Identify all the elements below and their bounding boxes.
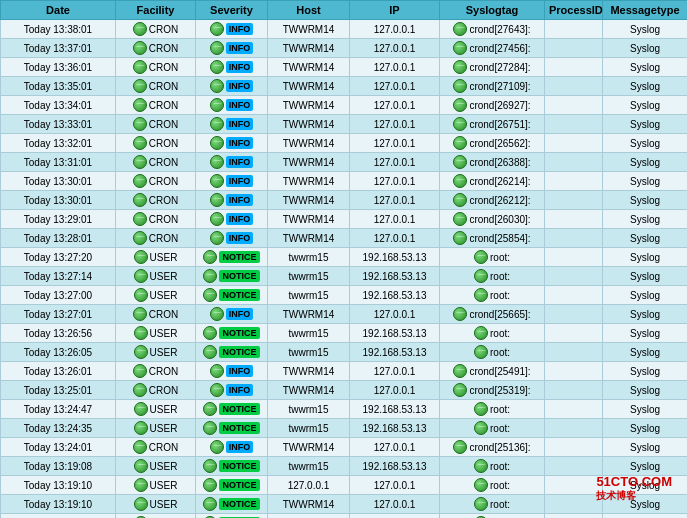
cell-syslogtag: crond[26562]: <box>440 134 545 153</box>
cell-severity: INFO <box>196 134 268 153</box>
severity-badge: INFO <box>226 213 254 225</box>
table-row[interactable]: Today 13:29:01CRONINFOTWWRM14127.0.0.1cr… <box>1 210 688 229</box>
cell-syslogtag: crond[27643]: <box>440 20 545 39</box>
severity-badge: NOTICE <box>219 479 259 491</box>
syslogtag-globe-icon <box>474 459 488 473</box>
facility-label: CRON <box>149 157 178 168</box>
cell-severity: INFO <box>196 172 268 191</box>
cell-date: Today 13:19:00 <box>1 514 116 519</box>
severity-globe-icon <box>210 364 224 378</box>
cell-date: Today 13:26:01 <box>1 362 116 381</box>
table-row[interactable]: Today 13:24:35USERNOTICEtwwrm15192.168.5… <box>1 419 688 438</box>
header-facility[interactable]: Facility <box>116 1 196 20</box>
table-row[interactable]: Today 13:30:01CRONINFOTWWRM14127.0.0.1cr… <box>1 191 688 210</box>
cell-syslogtag: crond[25854]: <box>440 229 545 248</box>
table-row[interactable]: Today 13:28:01CRONINFOTWWRM14127.0.0.1cr… <box>1 229 688 248</box>
cell-ip: 192.168.53.13 <box>350 400 440 419</box>
cell-date: Today 13:27:14 <box>1 267 116 286</box>
cell-processid <box>545 134 603 153</box>
table-row[interactable]: Today 13:24:01CRONINFOTWWRM14127.0.0.1cr… <box>1 438 688 457</box>
header-ip[interactable]: IP <box>350 1 440 20</box>
cell-messagetype: Syslog <box>603 20 688 39</box>
cell-facility: CRON <box>116 96 196 115</box>
table-row[interactable]: Today 13:19:10USERNOTICETWWRM14127.0.0.1… <box>1 495 688 514</box>
table-row[interactable]: Today 13:24:47USERNOTICEtwwrm15192.168.5… <box>1 400 688 419</box>
table-row[interactable]: Today 13:19:08USERNOTICEtwwrm15192.168.5… <box>1 457 688 476</box>
table-row[interactable]: Today 13:19:00USERNOTICEtwwrm15192.168.5… <box>1 514 688 519</box>
cell-date: Today 13:31:01 <box>1 153 116 172</box>
cell-ip: 192.168.53.13 <box>350 267 440 286</box>
cell-ip: 127.0.0.1 <box>350 115 440 134</box>
cell-date: Today 13:25:01 <box>1 381 116 400</box>
globe-icon <box>133 79 147 93</box>
table-row[interactable]: Today 13:26:01CRONINFOTWWRM14127.0.0.1cr… <box>1 362 688 381</box>
table-row[interactable]: Today 13:38:01CRONINFOTWWRM14127.0.0.1cr… <box>1 20 688 39</box>
cell-ip: 127.0.0.1 <box>350 77 440 96</box>
cell-processid <box>545 267 603 286</box>
severity-globe-icon <box>203 250 217 264</box>
syslogtag-globe-icon <box>453 79 467 93</box>
cell-facility: CRON <box>116 210 196 229</box>
table-row[interactable]: Today 13:30:01CRONINFOTWWRM14127.0.0.1cr… <box>1 172 688 191</box>
severity-globe-icon <box>210 440 224 454</box>
table-row[interactable]: Today 13:33:01CRONINFOTWWRM14127.0.0.1cr… <box>1 115 688 134</box>
facility-label: USER <box>150 423 178 434</box>
cell-facility: USER <box>116 514 196 519</box>
severity-globe-icon <box>210 117 224 131</box>
table-row[interactable]: Today 13:25:01CRONINFOTWWRM14127.0.0.1cr… <box>1 381 688 400</box>
cell-date: Today 13:27:00 <box>1 286 116 305</box>
cell-messagetype: Syslog <box>603 96 688 115</box>
cell-host: TWWRM14 <box>268 39 350 58</box>
syslogtag-globe-icon <box>453 117 467 131</box>
table-row[interactable]: Today 13:27:01CRONINFOTWWRM14127.0.0.1cr… <box>1 305 688 324</box>
cell-severity: INFO <box>196 153 268 172</box>
cell-date: Today 13:34:01 <box>1 96 116 115</box>
table-row[interactable]: Today 13:27:00USERNOTICEtwwrm15192.168.5… <box>1 286 688 305</box>
syslogtag-label: root: <box>490 290 510 301</box>
cell-ip: 127.0.0.1 <box>350 191 440 210</box>
header-processid[interactable]: ProcessID <box>545 1 603 20</box>
table-row[interactable]: Today 13:31:01CRONINFOTWWRM14127.0.0.1cr… <box>1 153 688 172</box>
globe-icon <box>133 136 147 150</box>
cell-ip: 127.0.0.1 <box>350 96 440 115</box>
globe-icon <box>133 117 147 131</box>
cell-processid <box>545 381 603 400</box>
syslogtag-globe-icon <box>474 421 488 435</box>
table-row[interactable]: Today 13:36:01CRONINFOTWWRM14127.0.0.1cr… <box>1 58 688 77</box>
cell-syslogtag: root: <box>440 419 545 438</box>
header-date[interactable]: Date <box>1 1 116 20</box>
cell-host: 127.0.0.1 <box>268 476 350 495</box>
cell-severity: NOTICE <box>196 419 268 438</box>
cell-facility: USER <box>116 248 196 267</box>
cell-syslogtag: root: <box>440 286 545 305</box>
table-row[interactable]: Today 13:27:20USERNOTICEtwwrm15192.168.5… <box>1 248 688 267</box>
table-row[interactable]: Today 13:35:01CRONINFOTWWRM14127.0.0.1cr… <box>1 77 688 96</box>
header-syslogtag[interactable]: Syslogtag <box>440 1 545 20</box>
header-host[interactable]: Host <box>268 1 350 20</box>
cell-syslogtag: root: <box>440 457 545 476</box>
table-row[interactable]: Today 13:37:01CRONINFOTWWRM14127.0.0.1cr… <box>1 39 688 58</box>
table-row[interactable]: Today 13:32:01CRONINFOTWWRM14127.0.0.1cr… <box>1 134 688 153</box>
table-row[interactable]: Today 13:26:05USERNOTICEtwwrm15192.168.5… <box>1 343 688 362</box>
table-row[interactable]: Today 13:34:01CRONINFOTWWRM14127.0.0.1cr… <box>1 96 688 115</box>
cell-syslogtag: root: <box>440 514 545 519</box>
globe-icon <box>134 345 148 359</box>
syslogtag-label: crond[26388]: <box>469 157 530 168</box>
cell-processid <box>545 115 603 134</box>
cell-syslogtag: root: <box>440 324 545 343</box>
header-severity[interactable]: Severity <box>196 1 268 20</box>
cell-severity: INFO <box>196 438 268 457</box>
cell-messagetype: Syslog <box>603 324 688 343</box>
syslogtag-globe-icon <box>453 231 467 245</box>
syslogtag-globe-icon <box>453 41 467 55</box>
table-row[interactable]: Today 13:26:56USERNOTICEtwwrm15192.168.5… <box>1 324 688 343</box>
cell-severity: INFO <box>196 229 268 248</box>
globe-icon <box>133 212 147 226</box>
table-row[interactable]: Today 13:27:14USERNOTICEtwwrm15192.168.5… <box>1 267 688 286</box>
cell-date: Today 13:27:01 <box>1 305 116 324</box>
table-row[interactable]: Today 13:19:10USERNOTICE127.0.0.1127.0.0… <box>1 476 688 495</box>
cell-ip: 127.0.0.1 <box>350 172 440 191</box>
cell-host: TWWRM14 <box>268 191 350 210</box>
header-messagetype[interactable]: Messagetype <box>603 1 688 20</box>
syslogtag-globe-icon <box>453 440 467 454</box>
